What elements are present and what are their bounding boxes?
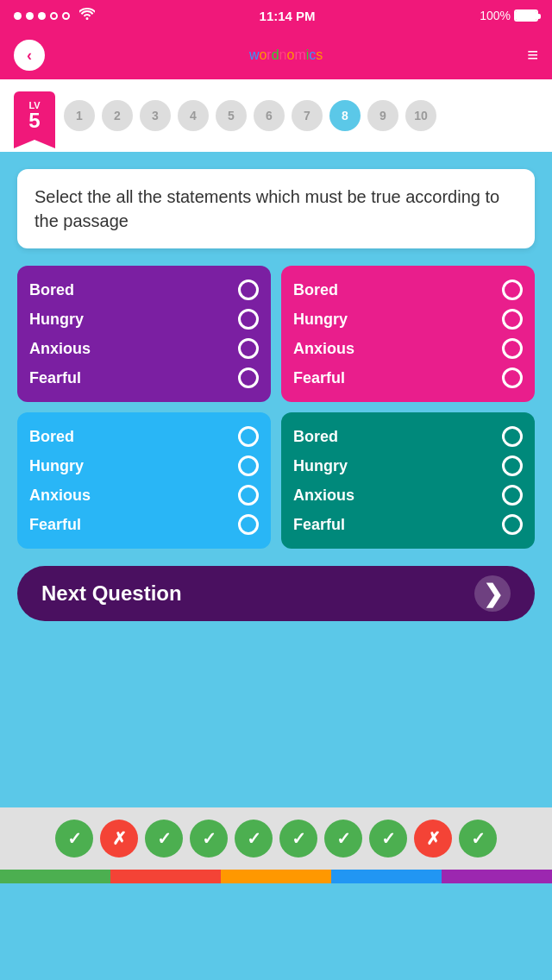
option-radio[interactable] <box>238 338 259 359</box>
progress-circle-7: ✓ <box>324 820 362 858</box>
question-text: Select the all the statements which must… <box>34 187 499 230</box>
dot3 <box>38 12 46 20</box>
color-bar-segment-4 <box>442 870 552 883</box>
time-display: 11:14 PM <box>260 9 316 23</box>
progress-circle-4: ✓ <box>190 820 228 858</box>
progress-circle-3: ✓ <box>145 820 183 858</box>
step-3[interactable]: 3 <box>140 100 171 131</box>
back-icon: ‹ <box>27 47 32 65</box>
option-card-purple[interactable]: BoredHungryAnxiousFearful <box>17 266 271 402</box>
option-radio[interactable] <box>238 280 259 300</box>
option-card-blue[interactable]: BoredHungryAnxiousFearful <box>17 412 271 549</box>
color-bar <box>0 870 552 883</box>
option-radio[interactable] <box>502 280 523 300</box>
option-radio[interactable] <box>502 455 523 476</box>
progress-circle-10: ✓ <box>459 820 497 858</box>
option-row[interactable]: Fearful <box>293 368 523 388</box>
option-radio[interactable] <box>238 309 259 330</box>
option-label: Anxious <box>293 487 354 505</box>
dot5 <box>62 12 70 20</box>
option-label: Hungry <box>293 311 348 329</box>
color-bar-segment-1 <box>110 870 221 883</box>
option-card-pink[interactable]: BoredHungryAnxiousFearful <box>281 266 535 402</box>
option-radio[interactable] <box>502 309 523 330</box>
option-row[interactable]: Fearful <box>293 514 523 535</box>
option-row[interactable]: Anxious <box>29 338 259 359</box>
next-question-button[interactable]: Next Question ❯ <box>17 566 535 621</box>
option-row[interactable]: Bored <box>29 426 259 447</box>
option-radio[interactable] <box>238 455 259 476</box>
step-9[interactable]: 9 <box>367 100 398 131</box>
dot4 <box>50 12 58 20</box>
step-1[interactable]: 1 <box>64 100 95 131</box>
option-radio[interactable] <box>502 485 523 506</box>
option-label: Hungry <box>29 457 84 475</box>
option-radio[interactable] <box>502 514 523 535</box>
level-bar: LV 5 12345678910 <box>0 79 552 152</box>
menu-button[interactable]: ≡ <box>527 44 538 66</box>
option-row[interactable]: Anxious <box>293 485 523 506</box>
option-radio[interactable] <box>502 338 523 359</box>
step-4[interactable]: 4 <box>178 100 209 131</box>
step-10[interactable]: 10 <box>405 100 436 131</box>
progress-circle-8: ✓ <box>369 820 407 858</box>
level-badge: LV 5 <box>14 91 55 140</box>
main-content: Select the all the statements which must… <box>0 152 552 807</box>
option-radio[interactable] <box>502 426 523 447</box>
option-label: Anxious <box>293 340 354 358</box>
option-row[interactable]: Bored <box>293 280 523 300</box>
progress-row: ✓✗✓✓✓✓✓✓✗✓ <box>0 807 552 870</box>
option-row[interactable]: Hungry <box>29 455 259 476</box>
wifi-icon <box>79 8 95 23</box>
option-label: Fearful <box>29 516 81 534</box>
app-header: ‹ w o r d n o m i c s ≡ <box>0 31 552 79</box>
color-bar-segment-3 <box>331 870 442 883</box>
step-5[interactable]: 5 <box>216 100 247 131</box>
option-label: Fearful <box>29 369 81 387</box>
step-7[interactable]: 7 <box>292 100 323 131</box>
battery-area: 100% <box>480 9 538 22</box>
option-radio[interactable] <box>238 485 259 506</box>
option-label: Hungry <box>29 311 84 329</box>
battery-fill <box>516 11 536 20</box>
progress-circle-2: ✗ <box>100 820 138 858</box>
option-radio[interactable] <box>238 514 259 535</box>
progress-circle-5: ✓ <box>235 820 273 858</box>
option-row[interactable]: Hungry <box>29 309 259 330</box>
option-label: Fearful <box>293 369 345 387</box>
option-label: Fearful <box>293 516 345 534</box>
dot2 <box>26 12 34 20</box>
option-row[interactable]: Bored <box>293 426 523 447</box>
option-row[interactable]: Fearful <box>29 514 259 535</box>
next-button-label: Next Question <box>41 581 182 606</box>
steps-row: 12345678910 <box>64 100 436 131</box>
dot1 <box>14 12 22 20</box>
step-2[interactable]: 2 <box>102 100 133 131</box>
option-row[interactable]: Anxious <box>293 338 523 359</box>
option-label: Anxious <box>29 340 91 358</box>
option-radio[interactable] <box>238 368 259 388</box>
option-label: Bored <box>29 281 74 299</box>
color-bar-segment-0 <box>0 870 110 883</box>
option-row[interactable]: Hungry <box>293 455 523 476</box>
status-bar: 11:14 PM 100% <box>0 0 552 31</box>
option-row[interactable]: Bored <box>29 280 259 300</box>
options-grid: BoredHungryAnxiousFearfulBoredHungryAnxi… <box>17 266 535 549</box>
step-6[interactable]: 6 <box>254 100 285 131</box>
option-row[interactable]: Anxious <box>29 485 259 506</box>
option-radio[interactable] <box>502 368 523 388</box>
progress-circle-6: ✓ <box>279 820 317 858</box>
option-row[interactable]: Fearful <box>29 368 259 388</box>
option-label: Bored <box>293 428 338 446</box>
back-button[interactable]: ‹ <box>14 40 45 71</box>
battery-icon <box>514 9 538 22</box>
option-radio[interactable] <box>238 426 259 447</box>
option-label: Anxious <box>29 487 91 505</box>
progress-circle-9: ✗ <box>414 820 452 858</box>
option-card-teal[interactable]: BoredHungryAnxiousFearful <box>281 412 535 549</box>
option-row[interactable]: Hungry <box>293 309 523 330</box>
option-label: Hungry <box>293 457 348 475</box>
option-label: Bored <box>29 428 74 446</box>
signal-dots <box>14 8 95 23</box>
step-8[interactable]: 8 <box>329 100 361 131</box>
